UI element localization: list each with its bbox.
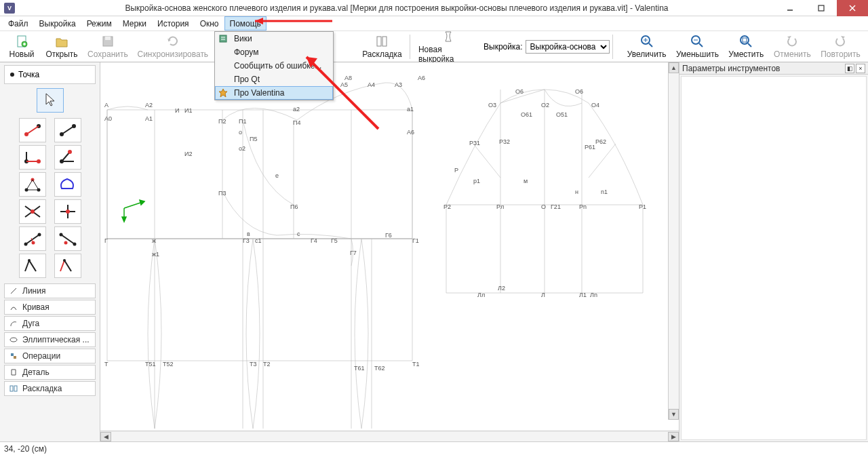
scroll-up-icon[interactable]: ▲ [669,62,679,73]
horizontal-scrollbar[interactable]: ◀ ▶ [100,431,679,441]
titlebar: V Выкройка-основа женского плечевого изд… [0,0,868,16]
tool-line-red[interactable] [19,118,46,142]
redo-icon [833,34,848,49]
panel-body [681,76,867,440]
tool-angle-split[interactable] [54,145,81,170]
curve-icon [9,302,18,312]
svg-text:Т: Т [104,361,108,368]
zoomin-button[interactable]: Увеличить [623,33,669,60]
save-button[interactable]: Сохранить [84,33,132,60]
menu-mode[interactable]: Режим [81,16,117,31]
pattern-label: Выкройка: [484,42,522,52]
maximize-button[interactable] [806,0,837,16]
svg-text:Р31: Р31 [469,140,480,146]
sync-icon [165,34,180,49]
svg-rect-73 [14,356,16,359]
svg-text:П5: П5 [250,136,257,142]
menu-pattern[interactable]: Выкройка [34,16,81,31]
pattern-combo[interactable]: Выкройка-основа [526,40,610,54]
scroll-track[interactable] [111,432,668,441]
toolbar-label: Открыть [45,50,77,59]
svg-text:м: м [524,178,528,184]
help-wiki[interactable]: Вики [215,32,333,45]
svg-text:О: О [541,203,546,210]
scroll-left-icon[interactable]: ◀ [100,432,111,441]
svg-line-25 [748,43,751,47]
layout-button[interactable]: Раскладка [359,33,406,60]
svg-point-54 [66,210,70,214]
svg-point-51 [31,210,35,214]
svg-text:О2: О2 [541,102,549,108]
svg-text:Р1: Р1 [639,203,646,210]
tool-perp-2[interactable] [54,226,81,251]
panel-close-button[interactable]: × [856,64,865,73]
svg-rect-13 [105,37,111,40]
svg-text:А1: А1 [145,115,153,122]
scroll-down-icon[interactable]: ▼ [669,409,679,420]
zoomout-button[interactable]: Уменьшить [673,33,722,60]
draw-line[interactable]: Линия [4,283,96,298]
minimize-button[interactable] [774,0,806,16]
draw-label: Кривая [22,302,50,312]
panel-undock-button[interactable]: ◧ [845,64,854,73]
redo-button[interactable]: Повторить [817,33,864,60]
tool-compass-1[interactable] [19,254,46,278]
vertical-scrollbar[interactable]: ▲ ▼ [668,62,679,420]
tool-perp-1[interactable] [19,226,46,251]
open-button[interactable]: Открыть [42,33,81,60]
help-report-bug[interactable]: Сообщить об ошибке... [215,59,333,73]
new-button[interactable]: Новый [4,33,39,60]
layout-small-icon [9,384,18,393]
fit-button[interactable]: Уместить [725,33,768,60]
draw-layout[interactable]: Раскладка [4,381,96,396]
svg-text:Р32: Р32 [499,138,510,145]
svg-line-70 [11,288,16,294]
close-button[interactable] [837,0,868,16]
svg-text:П3: П3 [218,190,226,197]
toolbar-label: Уместить [728,50,764,59]
menu-file[interactable]: Файл [3,16,34,31]
svg-line-47 [26,180,33,190]
tool-compass-2[interactable] [54,254,81,278]
tool-angle-red[interactable] [19,145,46,170]
tool-shape-blue[interactable] [54,172,81,197]
menu-help[interactable]: Помощь [224,16,267,31]
svg-text:ж1: ж1 [152,251,159,258]
tool-cursor[interactable] [37,88,64,113]
new-pattern-button[interactable]: Новая выкройка [414,28,482,65]
pattern-selector: Выкройка: Выкройка-основа [484,40,609,54]
mode-header[interactable]: Точка [4,65,96,84]
menu-window[interactable]: Окно [195,16,224,31]
toolbar-label: Новый [9,50,34,59]
svg-text:О51: О51 [556,111,568,118]
help-about-valentina[interactable]: Про Valentina [215,86,333,100]
toolbar-label: Синхронизировать [138,50,209,59]
undo-button[interactable]: Отменить [770,33,814,60]
draw-detail[interactable]: Деталь [4,365,96,380]
svg-rect-75 [14,386,17,391]
draw-arc[interactable]: Дуга [4,316,96,331]
draw-label: Операции [22,351,60,361]
menu-measurements[interactable]: Мерки [117,16,152,31]
tool-intersect-1[interactable] [19,199,46,224]
help-forum[interactable]: Форум [215,45,333,59]
draw-curve[interactable]: Кривая [4,300,96,315]
tool-triangle[interactable] [19,172,46,197]
draw-operations[interactable]: Операции [4,349,96,363]
svg-text:А6: А6 [418,75,425,81]
help-about-qt[interactable]: Про Qt [215,73,333,86]
svg-text:И1: И1 [184,107,192,114]
scroll-right-icon[interactable]: ▶ [668,432,679,441]
app-icon: V [4,3,15,14]
tool-intersect-2[interactable] [54,199,81,224]
draw-ellipse[interactable]: Эллиптическая ... [4,332,96,347]
scroll-track[interactable] [669,73,679,409]
sync-button[interactable]: Синхронизировать [134,33,212,60]
svg-text:П4: П4 [293,119,300,126]
menu-history[interactable]: История [152,16,195,31]
svg-text:О61: О61 [521,111,532,118]
left-toolbox: Точка Линия Кривая Дуга Эллиптическая ..… [0,62,100,441]
svg-marker-7 [219,89,227,97]
drawing-canvas[interactable]: А А0 А1 А2 И И1 И2 ж ж1 Г Г3 Г4 Г5 Г6 Г1… [100,62,679,431]
tool-line-black[interactable] [54,118,81,142]
